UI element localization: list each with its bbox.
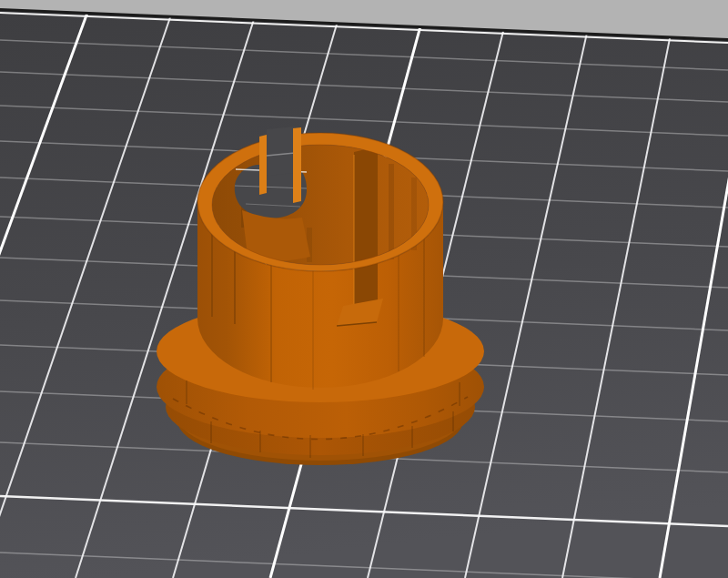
split-slot-left-cut-face [259,135,267,195]
split-slot-gap [267,127,295,176]
viewport-3d[interactable] [0,0,728,578]
split-slot-right-cut-face [293,127,301,203]
keyway-channel [354,147,378,306]
model-object[interactable] [157,127,484,465]
